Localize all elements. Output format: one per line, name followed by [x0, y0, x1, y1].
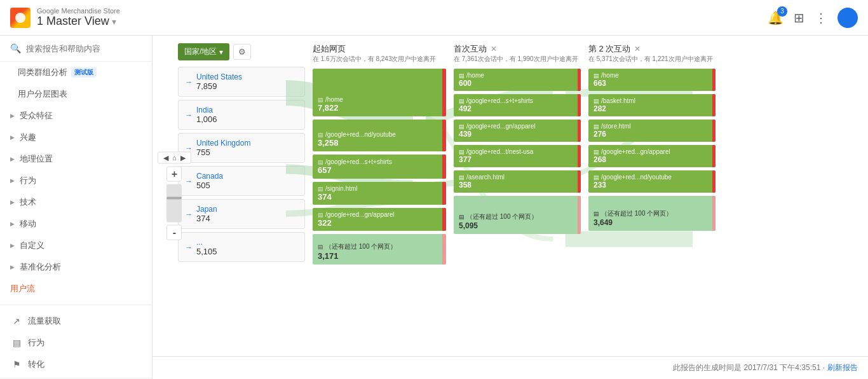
sidebar-item-userflow[interactable]: 用户流: [0, 278, 152, 300]
page-bar-count: 3,171: [318, 251, 441, 261]
refresh-report-link[interactable]: 刷新报告: [827, 362, 858, 373]
exit-indicator: [442, 69, 446, 116]
first-interaction-column: 首次互动 ✕ 在 7,361次会话中，有 1,990次用户中途离开 ▤/home…: [454, 43, 581, 356]
search-input[interactable]: [26, 44, 142, 53]
exit-indicator: [442, 182, 446, 205]
start-page-column: 起始网页 在 1.6万次会话中，有 8,243次用户中途离开 ▤ /home 7…: [313, 43, 446, 356]
page-icon: ▤: [318, 97, 323, 103]
si-bar-home[interactable]: ▤/home 663: [588, 69, 715, 91]
start-page-header: 起始网页 在 1.6万次会话中，有 8,243次用户中途离开: [313, 43, 446, 64]
country-count: 5,105: [196, 247, 217, 256]
fi-bar-apparel[interactable]: ▤/google+red...gn/apparel 439: [454, 120, 581, 142]
page-bar-count: 322: [318, 218, 441, 228]
fi-bar-more[interactable]: ▤（还有超过 100 个网页） 5,095: [454, 196, 581, 234]
flow-container: ◀ ⌂ ▶ + - 国家/地区 ▾: [153, 36, 868, 356]
dropdown-arrow-icon: ▾: [219, 48, 223, 57]
page-bar-apparel[interactable]: ▤ /google+red...gn/apparel 322: [313, 208, 446, 231]
arrow-right[interactable]: ▶: [179, 154, 187, 162]
sidebar-item-label: 行为: [28, 337, 44, 348]
sidebar-search[interactable]: 🔍: [0, 36, 152, 62]
page-bar-home[interactable]: ▤ /home 7,822: [313, 69, 446, 116]
notification-bell[interactable]: 🔔 3: [768, 10, 783, 25]
sidebar: 🔍 同类群组分析 测试版 用户分层图表 受众特征 兴趣 地理位置 行为 技术 移…: [0, 36, 153, 379]
sidebar-item-interests[interactable]: 兴趣: [0, 127, 152, 148]
sidebar-item-audience[interactable]: 受众特征: [0, 105, 152, 127]
page-bar-count: 3,258: [318, 138, 441, 148]
sidebar-item-benchmark[interactable]: 基准化分析: [0, 256, 152, 278]
first-interaction-title: 首次互动: [454, 43, 487, 55]
test-badge: 测试版: [71, 67, 97, 78]
app-name: Google Merchandise Store: [37, 7, 120, 15]
sidebar-item-traffic[interactable]: ↗ 流量获取: [0, 310, 152, 332]
fi-bar-shirts[interactable]: ▤/google+red...s+t+shirts 492: [454, 94, 581, 116]
page-bar-more-start[interactable]: ▤ （还有超过 100 个网页） 3,171: [313, 234, 446, 265]
fi-bar-asearch[interactable]: ▤/asearch.html 358: [454, 170, 581, 193]
country-count: 7,859: [196, 81, 242, 91]
second-interaction-close[interactable]: ✕: [634, 45, 641, 53]
second-interaction-list: ▤/home 663 ▤/basket.html 282 ▤/store.htm…: [588, 69, 715, 231]
sidebar-item-label: 同类群组分析: [18, 67, 67, 78]
sidebar-item-behavior[interactable]: 行为: [0, 170, 152, 191]
logo: [10, 8, 31, 28]
sidebar-item-cohort[interactable]: 同类群组分析 测试版: [0, 62, 152, 83]
header-right: 🔔 3 ⊞ ⋮: [768, 8, 858, 28]
grid-icon[interactable]: ⊞: [794, 10, 804, 25]
sidebar-item-label: 自定义: [20, 240, 44, 251]
second-interaction-title-row: 第 2 次互动 ✕: [588, 43, 715, 55]
header: Google Merchandise Store 1 Master View ▾…: [0, 0, 868, 36]
page-bar-shirts[interactable]: ▤ /google+red...s+t+shirts 657: [313, 155, 446, 179]
country-card-japan[interactable]: → Japan 374: [178, 199, 305, 229]
zoom-in-button[interactable]: +: [166, 167, 182, 182]
sidebar-item-user-segment[interactable]: 用户分层图表: [0, 83, 152, 105]
country-card-canada[interactable]: → Canada 505: [178, 166, 305, 196]
arrow-home[interactable]: ⌂: [171, 154, 178, 162]
sidebar-item-conversion[interactable]: ⚑ 转化: [0, 354, 152, 375]
notification-badge: 3: [777, 6, 787, 17]
page-bar-signin[interactable]: ▤ /signin.html 374: [313, 182, 446, 205]
country-dropdown[interactable]: 国家/地区 ▾: [178, 43, 229, 60]
country-card-us[interactable]: → United States 7,859: [178, 67, 305, 97]
second-interaction-title: 第 2 次互动: [588, 43, 630, 55]
traffic-icon: ↗: [10, 316, 23, 326]
user-avatar[interactable]: [837, 8, 858, 28]
sidebar-item-label: 用户流: [10, 283, 35, 294]
country-card-india[interactable]: → India 1,006: [178, 100, 305, 130]
country-flow-icon: →: [185, 78, 193, 86]
page-icon: ▤: [318, 244, 323, 250]
si-bar-basket[interactable]: ▤/basket.html 282: [588, 94, 715, 116]
fi-bar-nest[interactable]: ▤/google+red...t/nest-usa 377: [454, 145, 581, 167]
si-bar-more[interactable]: ▤（还有超过 100 个网页） 3,649: [588, 196, 715, 231]
page-icon: ▤: [318, 159, 323, 165]
sidebar-item-custom[interactable]: 自定义: [0, 235, 152, 256]
country-card-others[interactable]: → ... 5,105: [178, 232, 305, 262]
zoom-out-button[interactable]: -: [166, 225, 182, 240]
arrow-left[interactable]: ◀: [162, 154, 170, 162]
sidebar-item-tech[interactable]: 技术: [0, 191, 152, 213]
second-interaction-header: 第 2 次互动 ✕ 在 5,371次会话中，有 1,221次用户中途离开: [588, 43, 715, 64]
country-column: 国家/地区 ▾ ⚙ → United States 7,859: [178, 43, 305, 356]
si-bar-store[interactable]: ▤/store.html 276: [588, 120, 715, 142]
first-interaction-close[interactable]: ✕: [491, 45, 497, 53]
exit-indicator: [442, 208, 446, 231]
page-bar-name: ▤ /signin.html: [318, 185, 441, 192]
first-interaction-list: ▤/home 600 ▤/google+red...s+t+shirts 492…: [454, 69, 581, 234]
sidebar-item-behavior-nav[interactable]: ▤ 行为: [0, 332, 152, 354]
sidebar-item-geo[interactable]: 地理位置: [0, 148, 152, 170]
country-settings-button[interactable]: ⚙: [233, 44, 251, 60]
country-name: India: [196, 106, 217, 114]
country-card-uk[interactable]: → United Kingdom 755: [178, 133, 305, 163]
view-dropdown-icon[interactable]: ▾: [112, 17, 116, 27]
si-bar-youtube[interactable]: ▤/google+red...nd/youtube 233: [588, 170, 715, 193]
sidebar-item-label: 移动: [20, 218, 36, 230]
page-bar-youtube[interactable]: ▤ /google+red...nd/youtube 3,258: [313, 120, 446, 151]
sidebar-item-label: 行为: [20, 175, 36, 186]
si-bar-apparel[interactable]: ▤/google+red...gn/apparel 268: [588, 145, 715, 167]
more-options-icon[interactable]: ⋮: [815, 10, 827, 25]
fi-bar-home[interactable]: ▤/home 600: [454, 69, 581, 91]
country-name: Japan: [196, 205, 217, 214]
zoom-slider: [166, 184, 182, 223]
country-flow-icon: →: [185, 144, 193, 153]
sidebar-item-mobile[interactable]: 移动: [0, 213, 152, 235]
country-info: United States 7,859: [196, 72, 242, 91]
page-icon: ▤: [318, 212, 323, 218]
